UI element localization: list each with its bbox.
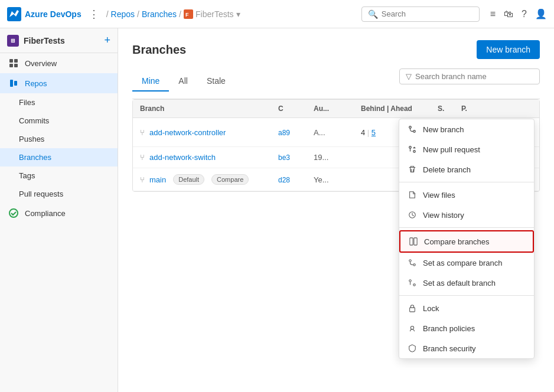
divider-3: [399, 295, 534, 296]
new-branch-button[interactable]: New branch: [477, 40, 540, 59]
tag-default: Default: [173, 174, 204, 185]
menu-new-pull-request[interactable]: New pull request: [399, 139, 534, 159]
branch-icon: [408, 125, 417, 134]
svg-text:F: F: [185, 12, 189, 18]
list-icon[interactable]: ≡: [490, 9, 496, 19]
compare-icon: [409, 237, 418, 246]
topnav-icons: ≡ 🛍 ? 👤: [490, 8, 547, 19]
commit-link-1[interactable]: a89: [278, 129, 290, 137]
menu-lock[interactable]: Lock: [399, 298, 534, 318]
tab-all[interactable]: All: [169, 71, 197, 92]
set-default-icon: [408, 278, 417, 288]
svg-rect-3: [9, 59, 13, 63]
svg-rect-8: [14, 81, 17, 86]
security-icon: [408, 344, 417, 353]
sidebar-project-title: ⊞ FiberTests: [7, 35, 65, 47]
tag-compare: Compare: [211, 174, 249, 185]
sidebar-item-pushes[interactable]: Pushes: [0, 130, 118, 148]
breadcrumb: / Repos / Branches / F FiberTests ▾: [106, 9, 240, 19]
top-nav: Azure DevOps ⋮ / Repos / Branches / F Fi…: [0, 0, 554, 28]
col-behind-ahead-header: Behind | Ahead: [361, 104, 438, 113]
set-compare-icon: [408, 258, 417, 267]
menu-set-default-branch[interactable]: Set as default branch: [399, 273, 534, 293]
svg-point-11: [413, 130, 416, 133]
svg-rect-5: [9, 64, 13, 67]
svg-point-12: [409, 146, 412, 149]
bag-icon[interactable]: 🛍: [504, 9, 513, 19]
breadcrumb-separator: /: [106, 9, 109, 19]
col-s-header: S.: [438, 104, 461, 113]
user-icon[interactable]: 👤: [535, 8, 547, 19]
menu-view-history[interactable]: View history: [399, 205, 534, 225]
svg-point-17: [409, 260, 412, 262]
svg-point-20: [413, 284, 416, 286]
svg-rect-6: [14, 64, 18, 67]
menu-view-files[interactable]: View files: [399, 185, 534, 205]
menu-delete-branch[interactable]: Delete branch: [399, 159, 534, 179]
commit-link-3[interactable]: d28: [278, 176, 290, 184]
history-icon: [408, 210, 417, 220]
breadcrumb-branches[interactable]: Branches: [142, 9, 177, 19]
behind-val-1: 4: [361, 128, 365, 137]
author-2: 19...: [314, 153, 361, 162]
help-icon[interactable]: ?: [522, 9, 527, 19]
sidebar-item-overview[interactable]: Overview: [0, 53, 118, 73]
azure-devops-logo[interactable]: Azure DevOps: [7, 7, 82, 21]
menu-compare-branches[interactable]: Compare branches: [399, 230, 534, 253]
sidebar: ⊞ FiberTests + Overview Repos Files Comm…: [0, 28, 118, 392]
menu-branch-policies[interactable]: Branch policies: [399, 318, 534, 338]
sidebar-item-repos[interactable]: Repos: [0, 73, 118, 93]
sidebar-item-commits[interactable]: Commits: [0, 112, 118, 130]
sidebar-header: ⊞ FiberTests +: [0, 28, 118, 53]
more-options-icon[interactable]: ⋮: [89, 8, 99, 21]
svg-point-9: [9, 209, 18, 217]
sidebar-item-files[interactable]: Files: [0, 93, 118, 112]
ahead-val-1[interactable]: 5: [371, 128, 376, 137]
branch-icon-3: ⑂: [140, 175, 145, 184]
sidebar-item-pullrequests[interactable]: Pull requests: [0, 185, 118, 203]
branch-icon-2: ⑂: [140, 153, 145, 162]
svg-rect-16: [414, 238, 417, 245]
branch-link-2[interactable]: add-network-switch: [149, 153, 216, 162]
compliance-icon: [8, 208, 19, 218]
sidebar-item-branches[interactable]: Branches: [0, 148, 118, 166]
svg-rect-4: [14, 59, 18, 63]
tab-mine[interactable]: Mine: [132, 71, 169, 92]
menu-branch-security[interactable]: Branch security: [399, 338, 534, 358]
commit-2: be3: [278, 153, 314, 162]
svg-point-10: [409, 126, 412, 129]
menu-set-compare-branch[interactable]: Set as compare branch: [399, 253, 534, 273]
lock-icon: [408, 303, 417, 313]
overview-icon: [8, 58, 19, 68]
branch-cell-2: ⑂ add-network-switch: [140, 153, 278, 162]
main-content: Branches New branch Mine All Stale ▽ Bra…: [118, 28, 554, 392]
global-search-input[interactable]: [382, 9, 473, 18]
branch-cell-1: ⑂ add-network-controller: [140, 128, 278, 137]
sidebar-item-tags[interactable]: Tags: [0, 166, 118, 185]
svg-point-22: [410, 326, 413, 329]
commit-link-2[interactable]: be3: [278, 153, 290, 162]
add-project-button[interactable]: +: [104, 34, 110, 47]
branch-link-3[interactable]: main: [149, 175, 166, 184]
trash-icon: [408, 165, 417, 174]
page-header: Branches New branch: [132, 40, 540, 59]
project-icon: ⊞: [7, 35, 19, 47]
svg-point-19: [409, 280, 412, 282]
context-menu: New branch New pull request Delete branc…: [399, 119, 535, 359]
divider-2: [399, 227, 534, 228]
tab-stale[interactable]: Stale: [197, 71, 235, 92]
table-header: Branch C Au... Behind | Ahead S. P.: [133, 100, 539, 118]
branch-search-box[interactable]: ▽: [399, 68, 540, 84]
sidebar-item-compliance[interactable]: Compliance: [0, 203, 118, 223]
branches-table: Branch C Au... Behind | Ahead S. P. ⑂ ad…: [132, 99, 540, 192]
global-search-box[interactable]: 🔍: [361, 6, 480, 22]
separator-1: |: [367, 128, 371, 137]
branch-link-1[interactable]: add-network-controller: [149, 128, 226, 137]
menu-new-branch[interactable]: New branch: [399, 119, 534, 139]
author-3: Ye...: [314, 175, 361, 184]
file-icon: [408, 190, 417, 200]
breadcrumb-repos[interactable]: Repos: [111, 9, 135, 19]
svg-rect-21: [410, 308, 415, 312]
breadcrumb-repo[interactable]: F FiberTests ▾: [184, 9, 240, 19]
branch-search-input[interactable]: [415, 72, 533, 81]
